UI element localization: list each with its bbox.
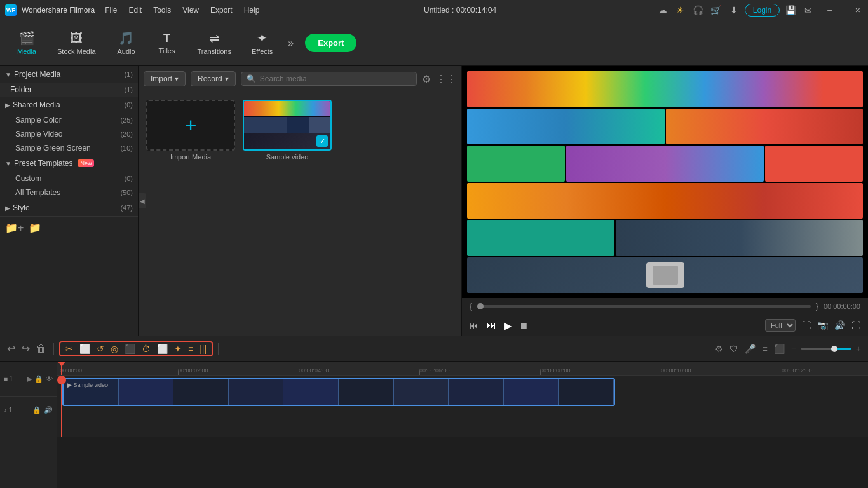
settings-icon[interactable]: ⚙: [713, 344, 725, 354]
close-button[interactable]: ×: [853, 5, 863, 15]
menu-tools[interactable]: Tools: [148, 4, 176, 16]
maximize-button[interactable]: □: [838, 5, 848, 15]
sidebar-preset-templates[interactable]: ▼ Preset Templates New: [0, 155, 138, 172]
play-button[interactable]: ▶: [504, 320, 512, 332]
sidebar-sample-green-screen[interactable]: Sample Green Screen (10): [0, 141, 138, 155]
freeze-tool[interactable]: ◎: [108, 344, 121, 354]
folder-icon[interactable]: 📁: [29, 222, 41, 234]
sidebar-collapse-arrow[interactable]: ◀: [139, 193, 146, 208]
cloud-icon[interactable]: ☁: [656, 3, 670, 17]
sidebar-style[interactable]: ▶ Style (47): [0, 200, 138, 216]
app-logo: WF: [5, 4, 17, 16]
delete-button[interactable]: 🗑: [34, 343, 48, 355]
stop-button[interactable]: ⏹: [519, 320, 528, 330]
audio-snap-icon[interactable]: ≡: [760, 344, 769, 354]
video-content: [462, 66, 868, 298]
sidebar-folder[interactable]: Folder (1): [0, 83, 138, 97]
sample-color-label: Sample Color: [15, 116, 62, 125]
notification-icon[interactable]: ✉: [801, 3, 815, 17]
menu-edit[interactable]: Edit: [124, 4, 147, 16]
sample-video-thumb[interactable]: ✓ Sample video: [243, 100, 332, 161]
sidebar-sample-color[interactable]: Sample Color (25): [0, 113, 138, 127]
menu-export[interactable]: Export: [205, 4, 238, 16]
headset-icon[interactable]: 🎧: [691, 3, 705, 17]
progress-dot[interactable]: [477, 303, 484, 309]
speed-tool[interactable]: ⏱: [139, 344, 153, 354]
sun-icon[interactable]: ☀: [674, 3, 688, 17]
export-button[interactable]: Export: [305, 34, 356, 52]
menu-help[interactable]: Help: [239, 4, 265, 16]
toolbar-titles[interactable]: T Titles: [148, 28, 186, 58]
sidebar-project-media[interactable]: ▼ Project Media (1): [0, 66, 138, 83]
menu-file[interactable]: File: [100, 4, 122, 16]
grid-icon[interactable]: ⋮⋮: [436, 73, 456, 85]
minimize-button[interactable]: −: [824, 5, 834, 15]
toolbar-separator-2: [218, 343, 219, 355]
sidebar-sample-video[interactable]: Sample Video (20): [0, 127, 138, 141]
timeline-right-tools: ⚙ 🛡 🎤 ≡ ⬛ − +: [713, 344, 863, 354]
toolbar-stock-media[interactable]: 🖼 Stock Media: [48, 27, 105, 59]
playhead-handle[interactable]: [57, 376, 66, 384]
fullscreen-icon[interactable]: ⛶: [802, 320, 811, 330]
audio-stretch-tool[interactable]: |||: [197, 344, 209, 354]
filter-icon[interactable]: ⚙: [422, 73, 431, 85]
stock-media-icon: 🖼: [70, 31, 83, 46]
mic-icon[interactable]: 🎤: [743, 344, 757, 354]
toolbar-effects[interactable]: ✦ Effects: [243, 27, 281, 59]
redo-button[interactable]: ↪: [20, 342, 32, 355]
ruler-mark-5: 00:00:10:00: [661, 367, 691, 374]
auto-beat-tool[interactable]: ✦: [172, 344, 184, 354]
zoom-out-icon[interactable]: −: [789, 344, 798, 354]
volume-icon[interactable]: 🔊: [834, 320, 845, 330]
import-media-thumb[interactable]: + Import Media: [146, 100, 235, 161]
prev-frame-button[interactable]: ⏮: [470, 320, 478, 330]
crop-tool[interactable]: ⬜: [77, 344, 93, 354]
screenshot-icon[interactable]: 📷: [817, 320, 828, 330]
track-lock-icon[interactable]: 🔒: [34, 375, 43, 383]
quality-select[interactable]: Full 1/2 1/4: [765, 319, 796, 332]
undo-button[interactable]: ↩: [5, 342, 17, 355]
preset-templates-arrow: ▼: [5, 160, 11, 167]
import-button[interactable]: Import ▾: [144, 71, 186, 86]
toolbar-media[interactable]: 🎬 Media: [8, 27, 46, 59]
cut-tool[interactable]: ✂: [63, 344, 76, 354]
shared-media-label: Shared Media: [13, 100, 60, 109]
toolbar-separator-1: [53, 343, 54, 355]
search-input[interactable]: [260, 74, 411, 83]
media-grid: + Import Media: [139, 92, 461, 168]
cart-icon[interactable]: 🛒: [709, 3, 723, 17]
download-icon[interactable]: ⬇: [727, 3, 741, 17]
search-icon: 🔍: [247, 74, 256, 83]
track-audio-lock-icon[interactable]: 🔒: [32, 406, 41, 414]
selected-check-icon: ✓: [316, 135, 328, 147]
color-tool[interactable]: ≡: [186, 344, 196, 354]
zoom-slider[interactable]: [801, 348, 851, 350]
toolbar-transitions[interactable]: ⇌ Transitions: [189, 27, 240, 59]
login-button[interactable]: Login: [745, 4, 780, 17]
transitions-label: Transitions: [198, 48, 231, 55]
toolbar-more[interactable]: »: [284, 37, 297, 49]
add-folder-icon[interactable]: 📁+: [5, 222, 24, 234]
video-clip-sample[interactable]: ▶ Sample video: [62, 378, 615, 406]
track-icon[interactable]: ⬛: [772, 344, 787, 354]
tick-3: [419, 371, 420, 375]
sidebar-custom[interactable]: Custom (0): [0, 172, 138, 186]
timeline-right[interactable]: 00:00:00 00:00:02:00 00:00:04:00 00:00:0…: [57, 362, 868, 488]
track-hide-icon[interactable]: 👁: [46, 375, 53, 383]
sidebar-shared-media[interactable]: ▶ Shared Media (0): [0, 97, 138, 113]
placeholder-tool[interactable]: ⬛: [122, 344, 138, 354]
sidebar-all-templates[interactable]: All Templates (50): [0, 186, 138, 200]
track-audio-volume-icon[interactable]: 🔊: [44, 406, 53, 414]
preview-progress[interactable]: [477, 305, 811, 308]
save-icon[interactable]: 💾: [783, 3, 797, 17]
play-prev-button[interactable]: ⏭: [486, 320, 496, 331]
tick-4: [540, 371, 541, 375]
record-button[interactable]: Record ▾: [191, 71, 236, 86]
toolbar-audio[interactable]: 🎵 Audio: [107, 27, 146, 59]
zoom-in-icon[interactable]: +: [854, 344, 863, 354]
shield-icon[interactable]: 🛡: [728, 344, 740, 354]
rotate-tool[interactable]: ↺: [94, 344, 107, 354]
fit-tool[interactable]: ⬜: [154, 344, 170, 354]
menu-view[interactable]: View: [177, 4, 204, 16]
aspect-ratio-icon[interactable]: ⛶: [851, 320, 860, 330]
